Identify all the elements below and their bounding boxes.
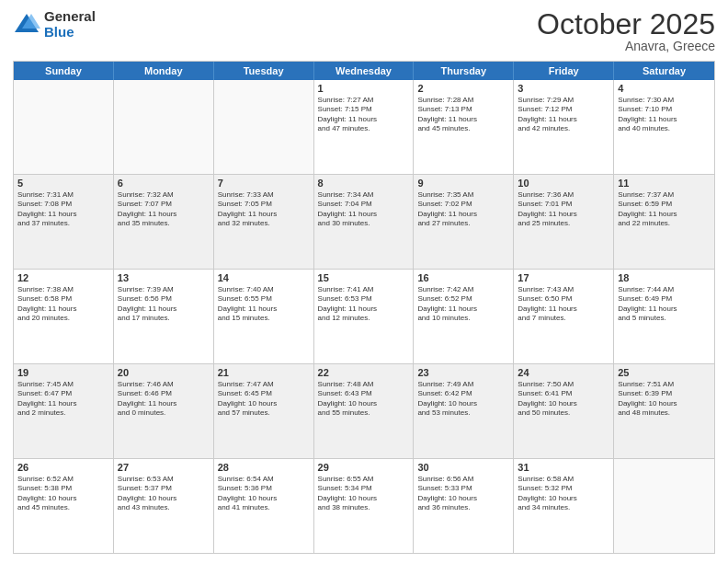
day-number: 11 [618,178,711,189]
calendar-cell-0-1 [114,80,214,174]
calendar-cell-0-6: 4Sunrise: 7:30 AM Sunset: 7:10 PM Daylig… [614,80,714,174]
header-day-friday: Friday [514,62,614,80]
calendar-header: SundayMondayTuesdayWednesdayThursdayFrid… [14,62,714,80]
day-number: 30 [417,462,509,473]
logo: General Blue [13,9,96,40]
calendar-cell-3-0: 19Sunrise: 7:45 AM Sunset: 6:47 PM Dayli… [14,364,114,458]
day-number: 14 [218,272,310,283]
cell-info: Sunrise: 7:43 AM Sunset: 6:50 PM Dayligh… [518,285,609,324]
calendar-cell-3-2: 21Sunrise: 7:47 AM Sunset: 6:45 PM Dayli… [214,364,314,458]
calendar-cell-1-0: 5Sunrise: 7:31 AM Sunset: 7:08 PM Daylig… [14,175,114,269]
day-number: 3 [518,83,609,94]
day-number: 8 [318,178,410,189]
calendar-row-4: 26Sunrise: 6:52 AM Sunset: 5:38 PM Dayli… [14,459,714,553]
day-number: 10 [518,178,609,189]
calendar-cell-3-1: 20Sunrise: 7:46 AM Sunset: 6:46 PM Dayli… [114,364,214,458]
calendar-cell-1-6: 11Sunrise: 7:37 AM Sunset: 6:59 PM Dayli… [614,175,714,269]
day-number: 7 [218,178,310,189]
cell-info: Sunrise: 7:41 AM Sunset: 6:53 PM Dayligh… [318,285,410,324]
header-day-saturday: Saturday [614,62,714,80]
cell-info: Sunrise: 7:51 AM Sunset: 6:39 PM Dayligh… [618,380,711,419]
calendar: SundayMondayTuesdayWednesdayThursdayFrid… [13,61,715,554]
cell-info: Sunrise: 7:46 AM Sunset: 6:46 PM Dayligh… [118,380,210,419]
day-number: 20 [118,367,210,378]
day-number: 19 [17,367,109,378]
cell-info: Sunrise: 6:52 AM Sunset: 5:38 PM Dayligh… [17,475,109,513]
header-day-monday: Monday [114,62,214,80]
day-number: 18 [618,272,711,283]
cell-info: Sunrise: 7:29 AM Sunset: 7:12 PM Dayligh… [518,96,609,134]
calendar-cell-2-4: 16Sunrise: 7:42 AM Sunset: 6:52 PM Dayli… [414,270,514,363]
logo-blue: Blue [44,25,96,40]
logo-icon [13,12,40,38]
cell-info: Sunrise: 6:55 AM Sunset: 5:34 PM Dayligh… [318,475,410,513]
calendar-cell-3-6: 25Sunrise: 7:51 AM Sunset: 6:39 PM Dayli… [614,364,714,458]
day-number: 23 [417,367,509,378]
cell-info: Sunrise: 6:54 AM Sunset: 5:36 PM Dayligh… [218,475,310,513]
location: Anavra, Greece [537,39,715,53]
header-day-thursday: Thursday [414,62,514,80]
title-block: October 2025 Anavra, Greece [537,9,715,53]
day-number: 27 [118,462,210,473]
day-number: 6 [118,178,210,189]
day-number: 21 [218,367,310,378]
month-title: October 2025 [537,9,715,39]
page: General Blue October 2025 Anavra, Greece… [0,0,728,563]
calendar-cell-2-5: 17Sunrise: 7:43 AM Sunset: 6:50 PM Dayli… [514,270,614,363]
day-number: 24 [518,367,609,378]
calendar-cell-4-2: 28Sunrise: 6:54 AM Sunset: 5:36 PM Dayli… [214,459,314,553]
day-number: 12 [17,272,109,283]
cell-info: Sunrise: 6:56 AM Sunset: 5:33 PM Dayligh… [417,475,509,513]
day-number: 22 [318,367,410,378]
calendar-cell-4-1: 27Sunrise: 6:53 AM Sunset: 5:37 PM Dayli… [114,459,214,553]
logo-general: General [44,8,96,24]
day-number: 28 [218,462,310,473]
cell-info: Sunrise: 7:45 AM Sunset: 6:47 PM Dayligh… [17,380,109,419]
day-number: 25 [618,367,711,378]
calendar-cell-4-6 [614,459,714,553]
day-number: 2 [417,83,509,94]
cell-info: Sunrise: 7:39 AM Sunset: 6:56 PM Dayligh… [118,285,210,324]
calendar-cell-1-5: 10Sunrise: 7:36 AM Sunset: 7:01 PM Dayli… [514,175,614,269]
cell-info: Sunrise: 7:27 AM Sunset: 7:15 PM Dayligh… [318,96,410,134]
calendar-cell-1-1: 6Sunrise: 7:32 AM Sunset: 7:07 PM Daylig… [114,175,214,269]
calendar-cell-0-3: 1Sunrise: 7:27 AM Sunset: 7:15 PM Daylig… [314,80,415,174]
cell-info: Sunrise: 7:35 AM Sunset: 7:02 PM Dayligh… [417,190,509,229]
calendar-cell-1-4: 9Sunrise: 7:35 AM Sunset: 7:02 PM Daylig… [414,175,514,269]
calendar-cell-2-3: 15Sunrise: 7:41 AM Sunset: 6:53 PM Dayli… [314,270,415,363]
day-number: 1 [318,83,410,94]
day-number: 26 [17,462,109,473]
calendar-cell-1-2: 7Sunrise: 7:33 AM Sunset: 7:05 PM Daylig… [214,175,314,269]
calendar-cell-0-2 [214,80,314,174]
calendar-cell-2-1: 13Sunrise: 7:39 AM Sunset: 6:56 PM Dayli… [114,270,214,363]
calendar-cell-0-4: 2Sunrise: 7:28 AM Sunset: 7:13 PM Daylig… [414,80,514,174]
cell-info: Sunrise: 6:53 AM Sunset: 5:37 PM Dayligh… [118,475,210,513]
calendar-cell-1-3: 8Sunrise: 7:34 AM Sunset: 7:04 PM Daylig… [314,175,415,269]
logo-text: General Blue [44,9,96,40]
header-day-sunday: Sunday [14,62,114,80]
cell-info: Sunrise: 7:50 AM Sunset: 6:41 PM Dayligh… [518,380,609,419]
cell-info: Sunrise: 7:37 AM Sunset: 6:59 PM Dayligh… [618,190,711,229]
calendar-body: 1Sunrise: 7:27 AM Sunset: 7:15 PM Daylig… [14,80,714,553]
day-number: 4 [618,83,711,94]
day-number: 9 [417,178,509,189]
cell-info: Sunrise: 7:48 AM Sunset: 6:43 PM Dayligh… [318,380,410,419]
cell-info: Sunrise: 7:34 AM Sunset: 7:04 PM Dayligh… [318,190,410,229]
cell-info: Sunrise: 7:28 AM Sunset: 7:13 PM Dayligh… [417,96,509,134]
day-number: 13 [118,272,210,283]
calendar-cell-3-3: 22Sunrise: 7:48 AM Sunset: 6:43 PM Dayli… [314,364,415,458]
cell-info: Sunrise: 7:38 AM Sunset: 6:58 PM Dayligh… [17,285,109,324]
calendar-row-0: 1Sunrise: 7:27 AM Sunset: 7:15 PM Daylig… [14,80,714,175]
calendar-cell-4-0: 26Sunrise: 6:52 AM Sunset: 5:38 PM Dayli… [14,459,114,553]
calendar-cell-2-2: 14Sunrise: 7:40 AM Sunset: 6:55 PM Dayli… [214,270,314,363]
calendar-row-3: 19Sunrise: 7:45 AM Sunset: 6:47 PM Dayli… [14,364,714,459]
calendar-cell-3-5: 24Sunrise: 7:50 AM Sunset: 6:41 PM Dayli… [514,364,614,458]
calendar-cell-2-6: 18Sunrise: 7:44 AM Sunset: 6:49 PM Dayli… [614,270,714,363]
cell-info: Sunrise: 7:40 AM Sunset: 6:55 PM Dayligh… [218,285,310,324]
day-number: 16 [417,272,509,283]
header-day-tuesday: Tuesday [214,62,314,80]
cell-info: Sunrise: 7:33 AM Sunset: 7:05 PM Dayligh… [218,190,310,229]
day-number: 31 [518,462,609,473]
calendar-row-2: 12Sunrise: 7:38 AM Sunset: 6:58 PM Dayli… [14,270,714,364]
calendar-cell-0-5: 3Sunrise: 7:29 AM Sunset: 7:12 PM Daylig… [514,80,614,174]
